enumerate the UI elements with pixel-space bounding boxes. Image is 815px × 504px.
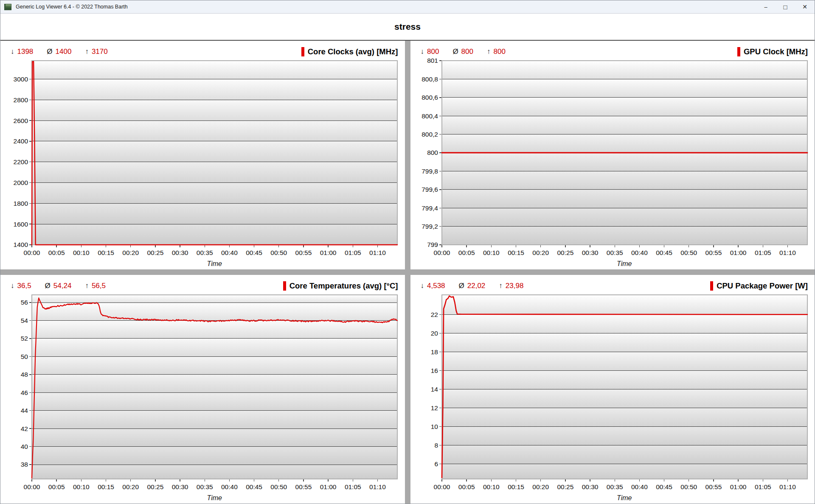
svg-text:00:00: 00:00 (433, 483, 450, 490)
stat-min: ↓36,5 (11, 282, 31, 290)
svg-text:00:55: 00:55 (705, 483, 722, 490)
svg-text:00:05: 00:05 (48, 249, 65, 256)
svg-text:10: 10 (430, 423, 438, 430)
svg-text:00:55: 00:55 (295, 483, 312, 490)
svg-text:00:20: 00:20 (122, 483, 139, 490)
svg-text:00:35: 00:35 (197, 249, 213, 256)
svg-text:12: 12 (430, 404, 438, 412)
chart-plot-area[interactable]: Time 14001600180020002200240026002800300… (0, 57, 405, 269)
svg-text:01:00: 01:00 (320, 249, 337, 256)
svg-text:800,8: 800,8 (422, 76, 438, 83)
chart-legend: CPU Package Power [W] (710, 281, 808, 291)
svg-text:00:40: 00:40 (631, 483, 648, 490)
svg-text:01:05: 01:05 (345, 483, 361, 490)
svg-text:00:30: 00:30 (172, 483, 188, 490)
svg-text:42: 42 (21, 425, 28, 432)
maximize-button[interactable]: □ (776, 0, 795, 13)
svg-text:800: 800 (427, 149, 438, 156)
svg-text:00:30: 00:30 (582, 249, 598, 256)
svg-text:00:35: 00:35 (606, 483, 623, 490)
stat-avg-value: 1400 (56, 48, 72, 56)
svg-text:00:25: 00:25 (557, 483, 573, 490)
close-button[interactable]: ✕ (795, 0, 815, 13)
svg-text:01:10: 01:10 (369, 483, 386, 490)
stat-max-value: 56,5 (92, 282, 106, 290)
svg-text:1400: 1400 (14, 241, 28, 248)
stat-avg-value: 22,02 (467, 282, 486, 290)
series-color-swatch (283, 281, 286, 291)
svg-text:00:55: 00:55 (295, 249, 312, 256)
chart-legend: GPU Clock [MHz] (737, 47, 808, 56)
stat-max-value: 800 (493, 48, 505, 56)
chart-plot-area[interactable]: Time 681012141618202200:0000:0500:1000:1… (410, 291, 815, 504)
svg-text:3000: 3000 (14, 76, 28, 83)
chart-stats: ↓36,5 Ø54,24 ↑56,5 (11, 282, 106, 290)
svg-text:2400: 2400 (14, 137, 28, 145)
svg-text:00:10: 00:10 (483, 249, 499, 256)
svg-text:800,4: 800,4 (422, 112, 438, 120)
svg-text:00:10: 00:10 (73, 249, 90, 256)
svg-text:799: 799 (427, 241, 438, 248)
svg-text:800,6: 800,6 (422, 94, 438, 101)
max-arrow-icon: ↑ (487, 48, 491, 56)
svg-text:18: 18 (430, 348, 438, 356)
title-bar[interactable]: Generic Log Viewer 6.4 - © 2022 Thomas B… (0, 0, 815, 14)
svg-text:00:25: 00:25 (147, 483, 163, 490)
svg-text:00:50: 00:50 (680, 249, 697, 256)
chart-plot-area[interactable]: Time 799799,2799,4799,6799,8800800,2800,… (410, 57, 815, 269)
stat-max: ↑23,98 (499, 282, 523, 290)
chart-header: ↓36,5 Ø54,24 ↑56,5 Core Temperatures (av… (0, 275, 405, 291)
svg-text:00:10: 00:10 (483, 483, 499, 490)
svg-text:00:40: 00:40 (221, 483, 238, 490)
svg-text:00:55: 00:55 (705, 249, 722, 256)
svg-text:46: 46 (21, 389, 28, 396)
svg-text:00:00: 00:00 (24, 249, 40, 256)
stat-min-value: 1398 (17, 48, 34, 56)
svg-text:01:10: 01:10 (779, 483, 796, 490)
chart-title: CPU Package Power [W] (717, 281, 808, 291)
window-title: Generic Log Viewer 6.4 - © 2022 Thomas B… (16, 4, 128, 10)
avg-symbol-icon: Ø (452, 48, 458, 56)
svg-text:00:10: 00:10 (73, 483, 90, 490)
svg-text:01:10: 01:10 (779, 249, 796, 256)
svg-text:54: 54 (21, 317, 28, 324)
chart-legend: Core Clocks (avg) [MHz] (301, 47, 398, 56)
svg-text:2800: 2800 (14, 96, 28, 104)
chart-plot-area[interactable]: Time 3840424446485052545600:0000:0500:10… (0, 291, 405, 504)
svg-text:00:15: 00:15 (508, 483, 524, 490)
chart-stats: ↓1398 Ø1400 ↑3170 (11, 48, 108, 56)
svg-text:50: 50 (21, 353, 28, 360)
svg-text:2600: 2600 (14, 117, 28, 124)
minimize-button[interactable]: – (756, 0, 776, 13)
stat-min: ↓800 (421, 48, 439, 56)
svg-text:00:45: 00:45 (656, 249, 672, 256)
chart-panel-core-temperatures: ↓36,5 Ø54,24 ↑56,5 Core Temperatures (av… (0, 275, 405, 504)
svg-text:2000: 2000 (14, 179, 28, 186)
svg-text:20: 20 (430, 330, 438, 337)
chart-panel-cpu-package-power: ↓4,538 Ø22,02 ↑23,98 CPU Package Power [… (410, 275, 815, 504)
svg-text:01:10: 01:10 (369, 249, 386, 256)
chart-header: ↓800 Ø800 ↑800 GPU Clock [MHz] (410, 41, 815, 57)
svg-text:799,6: 799,6 (422, 186, 438, 193)
chart-panel-gpu-clock: ↓800 Ø800 ↑800 GPU Clock [MHz] Time 7997… (410, 41, 815, 269)
svg-text:00:20: 00:20 (532, 249, 549, 256)
stat-avg: Ø54,24 (45, 282, 72, 290)
svg-text:801: 801 (427, 57, 438, 64)
svg-text:00:00: 00:00 (433, 249, 450, 256)
min-arrow-icon: ↓ (11, 48, 14, 56)
svg-text:00:00: 00:00 (24, 483, 40, 490)
svg-text:44: 44 (21, 407, 28, 414)
svg-text:40: 40 (21, 443, 28, 450)
stat-avg-value: 800 (461, 48, 473, 56)
svg-text:2200: 2200 (14, 158, 28, 165)
stat-min-value: 800 (427, 48, 439, 56)
svg-text:01:00: 01:00 (320, 483, 337, 490)
svg-text:00:45: 00:45 (246, 483, 262, 490)
stat-avg: Ø1400 (47, 48, 71, 56)
svg-text:00:40: 00:40 (221, 249, 238, 256)
log-title-header: stress (0, 14, 815, 41)
stat-avg: Ø22,02 (459, 282, 486, 290)
svg-text:8: 8 (434, 442, 438, 449)
app-window: Generic Log Viewer 6.4 - © 2022 Thomas B… (0, 0, 815, 504)
svg-text:00:45: 00:45 (656, 483, 672, 490)
